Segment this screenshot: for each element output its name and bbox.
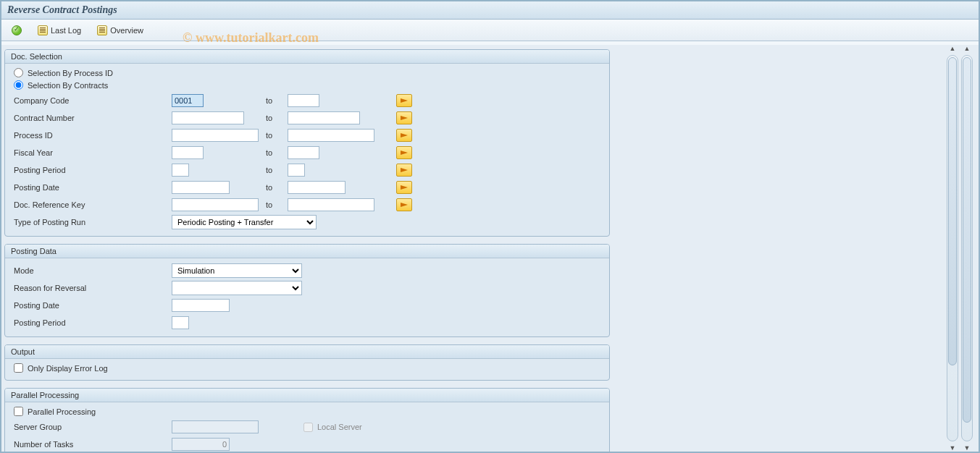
posting-period-label: Posting Period xyxy=(12,166,172,174)
scroll-up-icon: ▲ xyxy=(949,45,956,52)
fiscal-year-label: Fiscal Year xyxy=(12,148,172,157)
posting-data-group: Posting Data Mode Simulation Reason for … xyxy=(4,244,610,337)
process-id-from[interactable] xyxy=(172,129,259,142)
parallel-processing-label: Parallel Processing xyxy=(28,407,96,416)
overview-label: Overview xyxy=(110,26,143,35)
posting-period2-label: Posting Period xyxy=(12,318,172,327)
contract-number-from[interactable] xyxy=(172,111,244,124)
scroll-track[interactable] xyxy=(961,55,973,441)
posting-date2-label: Posting Date xyxy=(12,301,172,310)
last-log-label: Last Log xyxy=(51,26,81,35)
server-group-label: Server Group xyxy=(12,423,172,431)
contract-number-to[interactable] xyxy=(288,111,360,124)
mode-select[interactable]: Simulation xyxy=(172,263,302,278)
toolbar: Last Log Overview xyxy=(1,20,979,41)
posting-period-multi-button[interactable] xyxy=(396,164,412,177)
to-label-7: to xyxy=(266,200,288,209)
scroll-track[interactable] xyxy=(947,55,958,441)
output-title: Output xyxy=(5,345,609,359)
posting-data-title: Posting Data xyxy=(5,245,609,258)
type-posting-run-label: Type of Posting Run xyxy=(12,218,172,226)
doc-ref-key-label: Doc. Reference Key xyxy=(12,200,172,209)
scroll-thumb[interactable] xyxy=(948,57,957,365)
process-id-label: Process ID xyxy=(12,131,172,140)
scroll-up-icon: ▲ xyxy=(963,45,971,52)
fiscal-year-to[interactable] xyxy=(288,146,319,159)
posting-date2-input[interactable] xyxy=(172,299,230,312)
scroll-down-icon: ▼ xyxy=(963,444,971,452)
radio-contracts[interactable] xyxy=(14,80,23,90)
to-label-6: to xyxy=(266,183,288,192)
to-label-2: to xyxy=(266,114,288,122)
mode-label: Mode xyxy=(12,266,172,275)
page-title: Reverse Contract Postings xyxy=(1,1,979,20)
posting-period-from[interactable] xyxy=(172,164,189,177)
process-id-to[interactable] xyxy=(288,129,374,142)
last-log-button[interactable]: Last Log xyxy=(33,24,85,37)
only-error-log-checkbox[interactable] xyxy=(14,363,23,373)
company-code-multi-button[interactable] xyxy=(396,94,412,107)
company-code-from[interactable] xyxy=(172,94,204,107)
doc-selection-title: Doc. Selection xyxy=(5,50,609,64)
doc-ref-key-from[interactable] xyxy=(172,198,259,211)
parallel-group: Parallel Processing Parallel Processing … xyxy=(4,388,610,452)
only-error-log-label: Only Display Error Log xyxy=(28,364,108,373)
outer-scrollbar[interactable]: ▲ ▼ xyxy=(960,45,974,452)
num-tasks-input xyxy=(172,438,230,451)
output-group: Output Only Display Error Log xyxy=(4,344,610,381)
to-label-4: to xyxy=(266,148,288,157)
radio-process-id-label: Selection By Process ID xyxy=(28,69,113,77)
overview-button[interactable]: Overview xyxy=(93,24,148,37)
reason-reversal-select[interactable] xyxy=(172,281,302,295)
posting-date-to[interactable] xyxy=(288,181,345,194)
parallel-processing-checkbox[interactable] xyxy=(14,407,23,416)
company-code-to[interactable] xyxy=(288,94,319,107)
content-area: Doc. Selection Selection By Process ID S… xyxy=(1,45,979,452)
posting-date-multi-button[interactable] xyxy=(396,181,412,194)
execute-button[interactable] xyxy=(7,24,26,37)
parallel-title: Parallel Processing xyxy=(5,389,609,402)
to-label-3: to xyxy=(266,131,288,140)
overview-icon xyxy=(97,25,107,35)
execute-icon xyxy=(12,25,22,35)
posting-date-from[interactable] xyxy=(172,181,230,194)
fiscal-year-from[interactable] xyxy=(172,146,204,159)
reason-reversal-label: Reason for Reversal xyxy=(12,284,172,292)
local-server-checkbox xyxy=(303,423,313,432)
posting-date-label: Posting Date xyxy=(12,183,172,192)
posting-period-to[interactable] xyxy=(288,164,305,177)
company-code-label: Company Code xyxy=(12,96,172,105)
radio-contracts-label: Selection By Contracts xyxy=(28,81,108,90)
inner-scrollbar[interactable]: ▲ ▼ xyxy=(945,45,960,452)
scroll-down-icon: ▼ xyxy=(949,444,956,452)
doc-selection-group: Doc. Selection Selection By Process ID S… xyxy=(4,49,610,237)
to-label-1: to xyxy=(266,96,288,105)
radio-process-id[interactable] xyxy=(14,68,23,77)
type-posting-run-select[interactable]: Periodic Posting + Transfer xyxy=(172,215,317,229)
form-column: Doc. Selection Selection By Process ID S… xyxy=(4,45,610,452)
fiscal-year-multi-button[interactable] xyxy=(396,146,412,159)
num-tasks-label: Number of Tasks xyxy=(12,440,172,449)
doc-ref-key-multi-button[interactable] xyxy=(396,198,412,211)
log-icon xyxy=(38,25,48,35)
server-group-input xyxy=(172,420,259,433)
scroll-thumb[interactable] xyxy=(963,57,971,423)
local-server-label: Local Server xyxy=(317,423,362,431)
doc-ref-key-to[interactable] xyxy=(288,198,374,211)
posting-period2-input[interactable] xyxy=(172,316,189,329)
app-window: Reverse Contract Postings Last Log Overv… xyxy=(0,0,980,453)
process-id-multi-button[interactable] xyxy=(396,129,412,142)
contract-number-label: Contract Number xyxy=(12,114,172,122)
contract-number-multi-button[interactable] xyxy=(396,111,412,124)
to-label-5: to xyxy=(266,166,288,174)
